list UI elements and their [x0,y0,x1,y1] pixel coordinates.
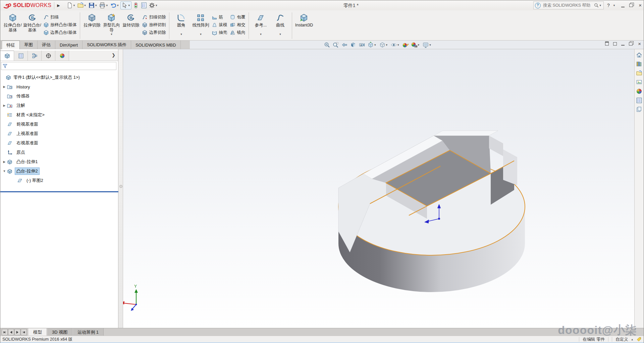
rollback-bar[interactable] [0,191,118,192]
toolbar-flyout-arrow[interactable]: ▶ [54,2,62,9]
boss-back-slab-top-face[interactable] [434,131,498,136]
save-dropdown-arrow[interactable]: ▾ [95,4,97,7]
document-tab-运动算例 1[interactable]: 运动算例 1 [72,328,104,336]
file-explorer-tab[interactable] [635,69,643,77]
custom-dropdown-arrow[interactable]: ▴ [631,338,633,341]
boundary-cut-button[interactable]: 边界切除 [141,29,167,36]
displaymanager-tab[interactable] [55,51,69,61]
close-window-icon[interactable]: × [639,4,642,7]
tab-特征[interactable]: 特征 [2,41,20,50]
edit-appearance-button[interactable] [401,41,410,49]
options-dropdown-arrow[interactable]: ▾ [156,4,157,7]
tab-评估[interactable]: 评估 [38,41,55,49]
hole-wizard-dropdown-arrow[interactable]: ▾ [111,33,112,36]
open-document-button[interactable]: ▾ [77,1,87,9]
curves-button[interactable]: 曲线 ▾ [270,12,290,36]
tree-filter-bar[interactable] [1,62,116,70]
undo-button[interactable]: ▾ [110,1,120,9]
tab-nav-previous-button[interactable] [8,329,14,335]
tab-nav-first-button[interactable] [2,329,8,335]
tree-item-凸台-拉伸1[interactable]: ▶ 凸台-拉伸1 [0,157,118,166]
help-menu[interactable]: ? [607,3,610,8]
options-button[interactable]: ▾ [148,1,159,9]
tab-nav-last-button[interactable] [21,329,27,335]
boss-right-step-face-2[interactable] [503,149,517,185]
tab-SOLIDWORKS 插件[interactable]: SOLIDWORKS 插件 [83,41,131,49]
tree-item-前视基准面[interactable]: 前视基准面 [0,120,118,129]
tab-草图[interactable]: 草图 [20,41,38,49]
restore-window-icon[interactable] [629,4,633,7]
swept-cut-button[interactable]: 扫描切除 [141,13,167,21]
intersect-button[interactable]: 相交 [228,21,247,28]
reference-geometry-button[interactable]: 参考... ▾ [251,12,270,36]
tab-DimXpert[interactable]: DimXpert [55,41,83,49]
tab-nav-next-button[interactable] [14,329,20,335]
curves-dropdown-arrow[interactable]: ▾ [279,33,281,36]
revolved-cut-button[interactable]: 旋转切除 [121,12,141,36]
status-custom-dropdown[interactable]: 自定义 [615,337,628,342]
dimxpertmanager-tab[interactable] [42,51,55,61]
document-tab-3D 视图[interactable]: 3D 视图 [47,328,72,336]
print-dropdown-arrow[interactable]: ▾ [106,4,108,7]
forum-tab[interactable] [635,106,643,113]
design-library-tab[interactable] [635,60,643,68]
propertymanager-tab[interactable] [14,51,28,61]
minimize-document-icon[interactable] [621,42,625,47]
tree-item-上视基准面[interactable]: 上视基准面 [0,129,118,138]
lofted-cut-button[interactable]: 放样切割 [141,21,167,28]
view-palette-tab[interactable] [635,78,643,86]
tab-SOLIDWORKS MBD[interactable]: SOLIDWORKS MBD [131,41,181,49]
new-document-button[interactable]: ▾ [66,1,76,9]
minimize-window-icon[interactable] [621,4,625,7]
search-box[interactable]: ? ▾ [533,1,604,9]
configurationmanager-tab[interactable] [28,51,42,61]
print-button[interactable]: ▾ [99,1,109,9]
view-settings-button[interactable]: ▾ [422,41,433,49]
revolved-boss-base-button[interactable]: 旋转凸台/基体 [22,12,42,36]
restore-document-icon[interactable] [629,42,634,47]
file-properties-button[interactable] [140,1,148,9]
custom-properties-tab[interactable] [635,96,643,104]
tree-item-History[interactable]: ▶ History [0,82,118,91]
tree-item-注解[interactable]: ▶ A 注解 [0,101,118,110]
lofted-boss-base-button[interactable]: 放样凸台/基体 [42,21,78,28]
new-document-dropdown-arrow[interactable]: ▾ [73,4,75,7]
featuremanager-tab[interactable] [0,51,14,61]
fillet-button[interactable]: 圆角 ▾ [171,12,191,36]
draft-button[interactable]: 拔模 [210,21,228,28]
reference-geometry-dropdown-arrow[interactable]: ▾ [260,33,262,36]
display-style-dropdown-arrow[interactable]: ▾ [386,43,388,47]
hide-show-items-dropdown-arrow[interactable]: ▾ [397,43,399,47]
hole-wizard-button[interactable]: 异型孔向导 ▾ [102,12,121,36]
zoom-to-fit-button[interactable] [323,41,331,49]
undo-dropdown-arrow[interactable]: ▾ [117,4,119,7]
zoom-to-area-button[interactable] [332,41,340,49]
tree-expand-arrow[interactable]: ▶ [2,104,7,107]
boss-right-step-face-1[interactable] [489,136,503,156]
view-orientation-dropdown-arrow[interactable]: ▾ [374,43,376,47]
save-button[interactable]: ▾ [88,1,98,9]
tree-item-原点[interactable]: 原点 [0,148,118,157]
apply-scene-button[interactable]: ▾ [410,41,421,49]
appearances-scenes-tab[interactable] [635,87,643,95]
dynamic-annotation-views-button[interactable]: A [358,41,366,49]
view-settings-dropdown-arrow[interactable]: ▾ [429,43,431,47]
document-tab-模型[interactable]: 模型 [28,328,47,336]
previous-view-button[interactable] [340,41,348,49]
search-scope-dropdown[interactable]: ▾ [599,4,601,7]
select-button[interactable]: ▾ [120,1,131,9]
select-dropdown-arrow[interactable]: ▾ [128,4,130,7]
extruded-boss-base-button[interactable]: 拉伸凸台/基体 [3,12,22,36]
panel-expand-arrow[interactable]: ❯ [112,53,115,58]
swept-boss-base-button[interactable]: 扫描 [42,13,78,21]
help-dropdown[interactable]: ▾ [613,4,615,7]
tag-icon[interactable] [636,337,642,342]
wrap-button[interactable]: 包覆 [228,13,247,21]
boundary-boss-base-button[interactable]: 边界凸台/基体 [42,29,78,36]
rebuild-button[interactable] [132,1,140,9]
tree-item--草图2[interactable]: (-) 草图2 [0,176,118,185]
splitter-handle[interactable] [119,185,122,188]
mirror-button[interactable]: 镜向 [228,29,247,36]
tree-expand-arrow[interactable]: ▶ [2,85,7,88]
tree-root-part[interactable]: 零件1 (默认<<默认>_显示状态 1>) [0,73,118,82]
